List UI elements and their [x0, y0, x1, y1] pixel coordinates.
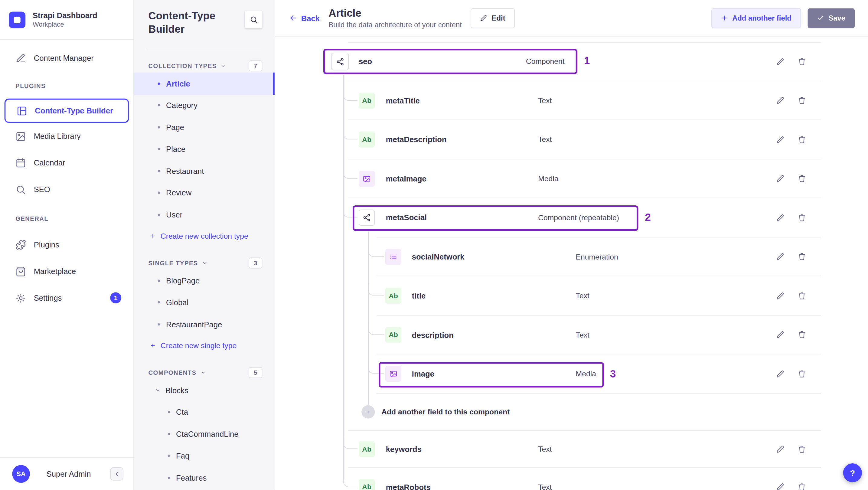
edit-field-button[interactable] — [774, 173, 786, 185]
text-field-icon: Ab — [359, 131, 375, 148]
edit-field-button[interactable] — [774, 368, 786, 380]
delete-field-button[interactable] — [796, 290, 807, 302]
page-subtitle: Build the data architecture of your cont… — [329, 21, 462, 29]
back-button[interactable]: Back — [289, 13, 320, 22]
bullet-dot — [168, 477, 170, 479]
delete-field-button[interactable] — [796, 443, 807, 455]
subnav-search-button[interactable] — [245, 10, 262, 28]
bullet-dot — [158, 104, 160, 106]
arrow-left-icon — [289, 14, 297, 22]
field-name: metaRobots — [386, 483, 431, 490]
shopping-bag-icon — [16, 266, 26, 277]
plus-icon — [150, 343, 155, 348]
field-name: keywords — [386, 445, 422, 453]
enumeration-field-icon — [385, 249, 401, 265]
sidebar-item-label: Content Manager — [34, 54, 94, 63]
delete-field-button[interactable] — [796, 251, 807, 263]
create-single-type-link[interactable]: Create new single type — [134, 335, 275, 356]
sidebar-item-label: Plugins — [34, 240, 59, 249]
tree-connector — [343, 437, 358, 449]
sidebar-item-calendar[interactable]: Calendar — [0, 149, 133, 176]
subnav-item-place[interactable]: Place — [134, 138, 275, 160]
sidebar-item-marketplace[interactable]: Marketplace — [0, 258, 133, 285]
edit-field-button[interactable] — [774, 212, 786, 224]
subnav-item-label: Global — [166, 298, 188, 307]
edit-field-button[interactable] — [774, 290, 786, 302]
sidebar-item-content-type-builder[interactable]: Content-Type Builder — [4, 99, 129, 123]
subnav-item-faq[interactable]: Faq — [134, 445, 275, 467]
check-icon — [817, 14, 824, 22]
subnav-item-global[interactable]: Global — [134, 292, 275, 313]
component-group-blocks[interactable]: Blocks — [134, 379, 275, 401]
sidebar-item-plugins[interactable]: Plugins — [0, 232, 133, 258]
field-name: metaImage — [386, 174, 427, 183]
field-type: Text — [538, 135, 552, 144]
subnav-item-user[interactable]: User — [134, 204, 275, 226]
avatar[interactable]: SA — [12, 465, 30, 483]
edit-field-button[interactable] — [774, 95, 786, 107]
edit-field-button[interactable] — [774, 55, 786, 67]
subnav-item-cta[interactable]: Cta — [134, 401, 275, 423]
component-field-icon — [359, 210, 375, 226]
delete-field-button[interactable] — [796, 55, 807, 67]
search-icon — [249, 15, 258, 23]
media-field-icon — [359, 171, 375, 187]
subnav-item-category[interactable]: Category — [134, 94, 275, 116]
tree-connector — [368, 362, 384, 374]
subnav-item-restaurant[interactable]: Restaurant — [134, 160, 275, 182]
sidebar-item-label: Marketplace — [34, 267, 76, 276]
subnav-item-review[interactable]: Review — [134, 182, 275, 204]
edit-field-button[interactable] — [774, 329, 786, 341]
tree-connector — [368, 245, 384, 257]
edit-field-button[interactable] — [774, 443, 786, 455]
sidebar-item-settings[interactable]: Settings 1 — [0, 285, 133, 311]
field-type: Media — [576, 370, 596, 378]
subnav-item-page[interactable]: Page — [134, 116, 275, 138]
field-row-metatitle: Ab metaTitle Text — [275, 81, 868, 120]
puzzle-icon — [16, 240, 26, 250]
field-name: metaDescription — [386, 135, 447, 144]
components-header[interactable]: COMPONENTS 5 — [134, 366, 275, 379]
sidebar-item-media-library[interactable]: Media Library — [0, 123, 133, 149]
collection-types-header[interactable]: COLLECTION TYPES 7 — [134, 59, 275, 72]
subnav-item-restaurantpage[interactable]: RestaurantPage — [134, 313, 275, 335]
subnav-item-label: Faq — [176, 451, 189, 460]
sidebar-item-seo[interactable]: SEO — [0, 176, 133, 203]
collapse-sidebar-button[interactable] — [110, 467, 123, 481]
field-type: Text — [576, 331, 589, 339]
delete-field-button[interactable] — [796, 481, 807, 490]
subnav-item-article[interactable]: Article — [134, 72, 275, 94]
delete-field-button[interactable] — [796, 95, 807, 107]
media-field-icon — [385, 366, 401, 382]
single-types-count-badge: 3 — [249, 257, 262, 269]
workspace-switcher[interactable]: Strapi Dashboard Workplace — [0, 0, 133, 40]
delete-field-button[interactable] — [796, 368, 807, 380]
delete-field-button[interactable] — [796, 212, 807, 224]
field-row-metasocial: metaSocial Component (repeatable) — [275, 198, 868, 237]
delete-field-button[interactable] — [796, 173, 807, 185]
edit-field-button[interactable] — [774, 251, 786, 263]
edit-button[interactable]: Edit — [471, 8, 515, 28]
add-another-field-button[interactable]: Add another field — [711, 8, 801, 28]
subnav-item-ctacommandline[interactable]: CtaCommandLine — [134, 423, 275, 445]
field-type: Text — [538, 483, 552, 490]
subnav-item-blogpage[interactable]: BlogPage — [134, 270, 275, 291]
create-collection-type-link[interactable]: Create new collection type — [134, 226, 275, 246]
field-row-description: Ab description Text — [275, 315, 868, 354]
help-button[interactable]: ? — [843, 463, 862, 482]
components-label: COMPONENTS — [149, 369, 196, 376]
save-button[interactable]: Save — [807, 8, 855, 28]
edit-field-button[interactable] — [774, 134, 786, 146]
delete-field-button[interactable] — [796, 329, 807, 341]
component-group-label: Blocks — [165, 386, 188, 394]
text-field-icon: Ab — [385, 327, 401, 343]
delete-field-button[interactable] — [796, 134, 807, 146]
single-types-header[interactable]: SINGLE TYPES 3 — [134, 256, 275, 270]
field-name: title — [412, 291, 426, 300]
sidebar-item-content-manager[interactable]: Content Manager — [0, 47, 133, 70]
sidebar-item-label: Calendar — [34, 158, 65, 167]
tree-connector — [343, 88, 358, 100]
add-field-to-component-row[interactable]: Add another field to this component — [275, 393, 868, 430]
edit-field-button[interactable] — [774, 481, 786, 490]
subnav-item-features[interactable]: Features — [134, 467, 275, 489]
